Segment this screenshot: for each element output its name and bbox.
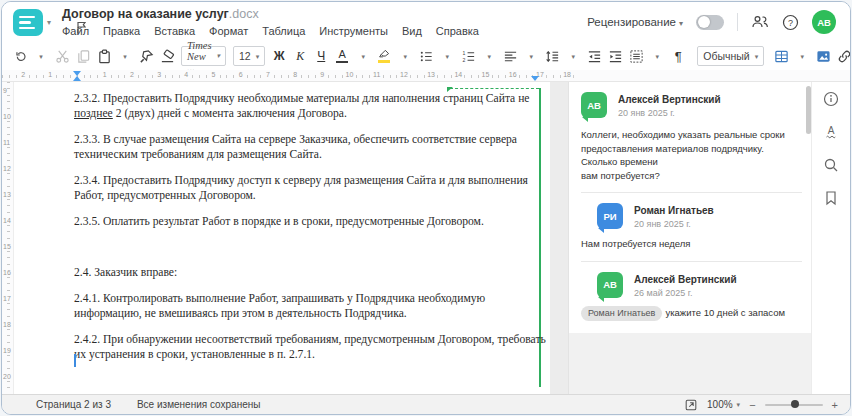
horizontal-ruler[interactable]: 21123456789101112131415161718 xyxy=(2,70,850,82)
comment-date: 26 май 2025 г. xyxy=(634,288,737,298)
ruler-number: 13 xyxy=(3,190,11,199)
zoom-out-button[interactable]: − xyxy=(749,399,755,411)
ruler-number: 15 xyxy=(480,71,492,78)
text-cursor xyxy=(74,354,76,367)
divider xyxy=(581,261,802,262)
svg-text:А: А xyxy=(828,125,835,136)
document-text[interactable]: 2.3.2. Предоставить Подрядчику необходим… xyxy=(74,91,548,373)
bullet-list-icon[interactable] xyxy=(416,45,436,67)
fit-page-icon[interactable] xyxy=(684,398,698,412)
document-title-extension: .docx xyxy=(229,7,259,21)
info-icon[interactable] xyxy=(823,90,840,107)
italic-button[interactable]: К xyxy=(290,45,310,67)
numbered-list-icon[interactable]: 12 xyxy=(458,45,478,67)
underline-button[interactable]: Ч xyxy=(311,45,331,67)
ruler-number: 20 xyxy=(3,372,11,381)
copy-button[interactable] xyxy=(73,45,93,67)
menu-file[interactable]: Файл xyxy=(62,25,89,37)
link-icon[interactable] xyxy=(834,45,851,67)
comment-author: Алексей Вертинский xyxy=(634,272,737,285)
ruler-number: 16 xyxy=(507,71,519,78)
help-icon[interactable]: ? xyxy=(782,14,799,31)
font-name-select[interactable]: Times New ...▾ xyxy=(181,46,226,66)
menu-format[interactable]: Формат xyxy=(209,25,248,37)
header: ▾ Договор на оказание услуг.docx Файл Пр… xyxy=(2,2,850,42)
collaborators-icon[interactable] xyxy=(751,14,769,30)
ruler-number: 1 xyxy=(46,71,54,78)
left-indent-marker[interactable] xyxy=(73,76,81,81)
document-page[interactable]: 2.3.2. Предоставить Подрядчику необходим… xyxy=(14,82,550,394)
page-indicator[interactable]: Страница 2 из 3 xyxy=(36,399,111,410)
bullet-list-caret[interactable]: ▾ xyxy=(437,45,457,67)
right-indent-marker[interactable] xyxy=(531,76,539,81)
app-menu-button[interactable] xyxy=(13,9,43,36)
menu-view[interactable]: Вид xyxy=(402,25,422,37)
highlight-color-button[interactable] xyxy=(374,45,394,67)
align-caret[interactable]: ▾ xyxy=(521,45,541,67)
image-icon[interactable] xyxy=(813,45,833,67)
zoom-level-select[interactable]: 100%▾ xyxy=(707,399,740,410)
spellcheck-icon[interactable]: А xyxy=(823,123,840,140)
menu-edit[interactable]: Правка xyxy=(103,25,140,37)
ruler-number: 2 xyxy=(19,71,27,78)
zoom-slider-handle[interactable] xyxy=(791,400,799,408)
line-spacing-icon[interactable] xyxy=(542,45,562,67)
paragraph-2-3-2: 2.3.2. Предоставить Подрядчику необходим… xyxy=(74,91,548,121)
search-icon[interactable] xyxy=(823,156,840,173)
comment-thread[interactable]: АВ Алексей Вертинский 20 янв 2025 г. Кол… xyxy=(569,82,814,333)
format-painter-icon[interactable] xyxy=(136,45,156,67)
paste-caret[interactable]: ▾ xyxy=(115,45,135,67)
user-avatar[interactable]: АВ xyxy=(812,10,836,34)
review-toggle[interactable] xyxy=(696,15,724,30)
divider xyxy=(581,192,802,193)
menu-insert[interactable]: Вставка xyxy=(154,25,195,37)
app-menu-caret-icon[interactable]: ▾ xyxy=(47,18,51,27)
menu-table[interactable]: Таблица xyxy=(262,25,305,37)
divider xyxy=(737,13,738,31)
numbered-list-caret[interactable]: ▾ xyxy=(479,45,499,67)
review-mode-dropdown[interactable]: Рецензирование▾ xyxy=(587,16,683,28)
table-caret[interactable]: ▾ xyxy=(792,45,812,67)
bold-button[interactable]: Ж xyxy=(269,45,289,67)
ruler-number: 19 xyxy=(3,346,11,355)
table-icon[interactable] xyxy=(771,45,791,67)
bookmark-icon[interactable] xyxy=(823,189,840,206)
comment-avatar: АВ xyxy=(597,272,623,298)
menu-tools[interactable]: Инструменты xyxy=(319,25,388,37)
undo-caret[interactable]: ▾ xyxy=(31,45,51,67)
comment-avatar: РИ xyxy=(597,203,623,229)
font-color-button[interactable]: А xyxy=(332,45,352,67)
zoom-in-button[interactable]: + xyxy=(832,399,838,411)
mention-chip[interactable]: Роман Игнатьев xyxy=(581,306,662,322)
increase-indent-icon[interactable] xyxy=(605,45,625,67)
clear-style-icon[interactable] xyxy=(157,45,177,67)
comment-text: Роман Игнатьевукажите 10 дней с запасом xyxy=(581,306,802,322)
chevron-down-icon: ▾ xyxy=(755,53,759,60)
decrease-indent-icon[interactable] xyxy=(584,45,604,67)
align-button[interactable] xyxy=(500,45,520,67)
paragraph-2-3-4: 2.3.4. Предоставить Подрядчику доступ к … xyxy=(74,173,548,203)
vertical-ruler[interactable]: 91011121314151617181920 xyxy=(2,82,14,394)
line-spacing-caret[interactable]: ▾ xyxy=(563,45,583,67)
editor-area: 2.3.2. Предоставить Подрядчику необходим… xyxy=(2,82,850,394)
cut-button[interactable] xyxy=(52,45,72,67)
ruler-number: 10 xyxy=(344,71,356,78)
document-title-text: Договор на оказание услуг xyxy=(62,7,229,21)
menu-help[interactable]: Справка xyxy=(436,25,479,37)
paragraph-spacing-icon[interactable] xyxy=(626,45,646,67)
zoom-slider[interactable] xyxy=(765,404,823,406)
svg-text:?: ? xyxy=(788,18,793,28)
font-size-select[interactable]: 12▾ xyxy=(233,46,265,66)
paragraph-2-3-3: 2.3.3. В случае размещения Сайта на серв… xyxy=(74,132,548,162)
paste-button[interactable] xyxy=(94,45,114,67)
font-color-caret[interactable]: ▾ xyxy=(353,45,373,67)
ruler-number: 12 xyxy=(3,164,11,173)
nonprinting-chars-button[interactable]: ¶ xyxy=(668,45,688,67)
undo-button[interactable] xyxy=(10,45,30,67)
paragraph-style-select[interactable]: Обычный▾ xyxy=(697,46,764,66)
highlight-caret[interactable]: ▾ xyxy=(395,45,415,67)
ruler-number: 2 xyxy=(128,71,136,78)
paragraph-spacing-caret[interactable]: ▾ xyxy=(647,45,667,67)
ruler-number: 18 xyxy=(3,320,11,329)
hamburger-icon xyxy=(19,16,35,19)
